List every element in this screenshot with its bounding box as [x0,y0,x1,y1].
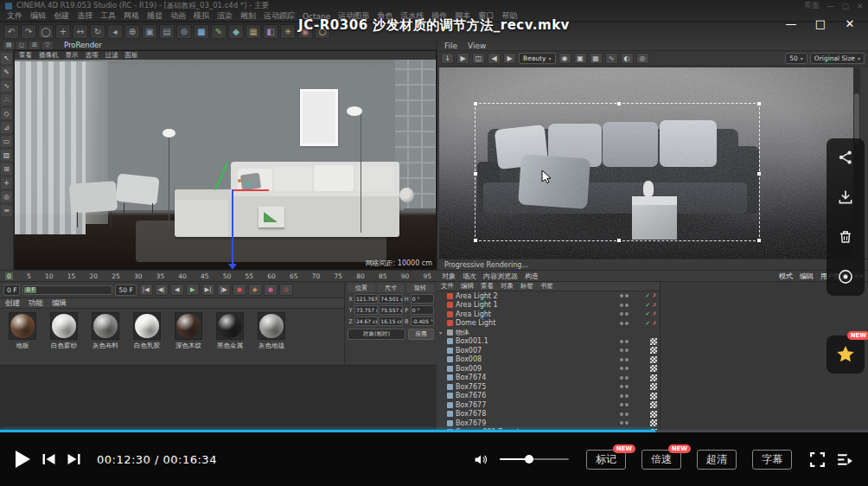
render-pass-select[interactable]: Beauty▾ [519,53,556,64]
object-tags[interactable]: ✓ ✗ [631,338,657,345]
next-button[interactable] [67,453,81,465]
maximize-button[interactable]: □ [807,12,833,35]
material-item[interactable]: 灰色地毯 [254,312,289,350]
texture-tag-icon[interactable] [650,383,657,390]
texture-mode-icon[interactable]: ▨ [1,150,12,161]
material-item[interactable]: 地板 [5,312,40,350]
expand-caret-icon[interactable] [439,329,444,336]
subtitle-button[interactable]: 字幕 [752,450,792,470]
share-button[interactable] [833,145,858,169]
object-name[interactable]: Box007 [456,347,617,355]
manager-tab[interactable]: 内容浏览器 [483,272,518,281]
object-name[interactable]: Area Light 1 [456,301,617,309]
object-tags[interactable]: ✓ ✗ [631,329,657,336]
fullscreen-button[interactable] [809,451,826,468]
material-thumbnail[interactable] [50,312,78,340]
points-mode-icon[interactable]: ∴ [1,94,12,106]
object-manager-menu-item[interactable]: 书签 [540,282,553,291]
object-tags[interactable]: ✓ ✗ [631,310,657,317]
position-field[interactable]: 121.767 cm [354,294,378,304]
c4d-interface-label[interactable]: 界面 [804,1,819,11]
keyframe-position-button[interactable]: ◆ [248,284,262,296]
record-button[interactable]: ● [233,284,246,296]
object-row[interactable]: 物体 ✓ ✗ [437,328,660,337]
object-name[interactable]: Box009 [456,365,617,373]
c4d-maximize-icon[interactable]: □ [842,2,849,10]
c4d-close-icon[interactable]: ✕ [857,2,863,10]
rotation-field[interactable]: 0 ° [411,294,434,304]
object-tags[interactable]: ✓ ✗ [631,374,657,381]
object-tags[interactable]: ✓ ✗ [631,411,657,418]
delete-button[interactable] [833,225,858,249]
frame-start-field[interactable]: 0 F [3,285,20,296]
view-single-icon[interactable]: ◻ [16,42,27,49]
object-row[interactable]: Box7679 ✓ ✗ [437,419,660,428]
material-item[interactable]: 黑色金属 [213,312,247,350]
material-item[interactable]: 深色木纹 [171,312,206,350]
lock-icon[interactable]: ▣ [574,53,587,64]
material-thumbnail[interactable] [133,312,161,340]
download-button[interactable] [833,185,858,209]
visibility-dots[interactable] [620,340,629,343]
render-canvas[interactable] [439,67,860,259]
next-image-icon[interactable]: ▶ [503,53,516,64]
goto-start-button[interactable]: |◀ [139,284,153,296]
texture-tag-icon[interactable] [650,347,657,354]
object-name[interactable]: Box7679 [456,419,617,427]
enabled-check-icon[interactable]: ✓ [645,320,650,327]
attribute-tab[interactable]: 编辑 [800,272,814,281]
next-frame-button[interactable]: ▶| [201,284,215,296]
object-row[interactable]: Box008 ✓ ✗ [437,355,660,365]
frame-end-field[interactable]: 50 F [115,285,136,296]
spline-icon[interactable]: ∿ [1,80,12,92]
favorite-button[interactable]: NEW [827,336,865,374]
texture-tag-icon[interactable] [650,365,657,372]
stereo-icon[interactable]: ◎ [636,53,649,64]
polygons-mode-icon[interactable]: ⊿ [1,122,12,133]
texture-tag-icon[interactable] [650,401,657,408]
object-manager-menu-item[interactable]: 编辑 [461,282,474,291]
material-thumbnail[interactable] [258,312,285,340]
texture-tag-icon[interactable] [650,419,657,426]
viewport[interactable]: 查看摄像机显示选项过滤面板 [14,50,437,270]
volume-slider[interactable] [500,458,569,460]
selection-handle[interactable] [617,102,621,106]
material-item[interactable]: 白色窗纱 [47,312,81,350]
play-button[interactable] [14,450,31,469]
visibility-dots[interactable] [620,304,629,307]
texture-tag-icon[interactable] [650,411,657,418]
object-manager-menu-item[interactable]: 对象 [501,282,514,291]
object-tags[interactable]: ✓ ✗ [631,383,657,390]
texture-tag-icon[interactable] [650,374,657,381]
object-row[interactable]: Box7676 ✓ ✗ [437,392,660,401]
size-field[interactable]: 75.557 cm [379,305,402,315]
disabled-x-icon[interactable]: ✗ [652,292,657,299]
enabled-check-icon[interactable]: ✓ [645,292,650,299]
visibility-dots[interactable] [620,394,629,398]
selection-handle[interactable] [757,172,761,176]
goto-end-button[interactable]: |▶ [217,284,231,296]
object-row[interactable]: Box7674 ✓ ✗ [437,374,660,383]
view-quad-icon[interactable]: ⊞ [29,42,40,49]
object-tags[interactable]: ✓ ✗ [631,292,657,299]
object-row[interactable]: Box7677 ✓ ✗ [437,400,660,410]
histogram-icon[interactable]: ∿ [605,53,618,64]
texture-tag-icon[interactable] [650,393,657,400]
filter-icon[interactable]: ▽ [42,42,53,49]
material-thumbnail[interactable] [175,312,202,340]
object-name[interactable]: Box7674 [456,374,617,381]
rotation-field[interactable]: -0.405 ° [411,317,434,326]
object-row[interactable]: Box007 ✓ ✗ [437,346,660,355]
gizmo-z-axis[interactable] [232,189,233,264]
volume-thumb[interactable] [525,455,533,464]
position-field[interactable]: 73.757 cm [354,305,378,315]
object-name[interactable]: Box7675 [456,383,617,391]
viewport-menu-item[interactable]: 查看 [19,51,32,60]
apply-button[interactable]: 应用 [408,329,434,340]
timeline-scrubber[interactable]: 0 F [22,285,112,295]
object-manager-menu-item[interactable]: 标签 [520,282,533,291]
prev-frame-button[interactable]: ◀ [170,284,184,296]
object-name[interactable]: Box001.1 [456,337,617,345]
material-thumbnail[interactable] [9,312,36,340]
disabled-x-icon[interactable]: ✗ [652,310,657,317]
